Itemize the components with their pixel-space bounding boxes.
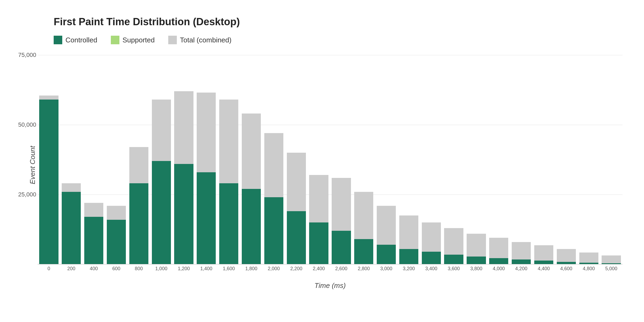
x-tick-label: 4,000 — [488, 264, 510, 272]
x-tick-label: 1,800 — [240, 264, 263, 272]
x-tick-label: 200 — [60, 264, 83, 272]
x-axis-label: Time (ms) — [314, 281, 346, 290]
bar-controlled — [354, 239, 373, 264]
x-tick-label: 5,000 — [600, 264, 623, 272]
bar-group — [83, 55, 105, 264]
bar-group — [442, 55, 465, 264]
x-tick-label: 3,000 — [375, 264, 398, 272]
bar-group — [398, 55, 420, 264]
chart-title: First Paint Time Distribution (Desktop) — [54, 16, 623, 28]
bar-controlled — [219, 183, 238, 264]
y-tick-label: 50,000 — [11, 121, 36, 128]
supported-swatch — [111, 36, 119, 44]
bar-controlled — [197, 172, 216, 264]
bar-group — [488, 55, 510, 264]
x-tick-label: 4,400 — [533, 264, 555, 272]
bar-group — [308, 55, 330, 264]
x-axis: 02004006008001,0001,2001,4001,6001,8002,… — [38, 264, 623, 275]
bar-group — [375, 55, 398, 264]
bar-controlled — [264, 197, 283, 264]
bar-controlled — [129, 183, 148, 264]
bar-group — [105, 55, 128, 264]
bar-controlled — [512, 259, 531, 264]
x-tick-label: 0 — [38, 264, 60, 272]
bar-controlled — [534, 261, 553, 264]
bar-controlled — [152, 161, 171, 264]
bar-controlled — [332, 231, 351, 264]
x-tick-label: 4,600 — [555, 264, 577, 272]
bar-controlled — [62, 192, 81, 264]
y-axis-label: Event Count — [28, 146, 37, 184]
bar-group — [600, 55, 623, 264]
chart-container: First Paint Time Distribution (Desktop) … — [0, 0, 644, 322]
bar-controlled — [39, 100, 58, 264]
bar-controlled — [242, 189, 261, 264]
bar-group — [577, 55, 600, 264]
bar-group — [533, 55, 555, 264]
controlled-swatch — [54, 36, 62, 44]
x-tick-label: 2,200 — [285, 264, 308, 272]
x-tick-label: 2,600 — [330, 264, 353, 272]
bar-group — [285, 55, 308, 264]
legend-label-total: Total (combined) — [180, 36, 232, 44]
bar-controlled — [84, 217, 103, 264]
x-tick-label: 1,000 — [150, 264, 173, 272]
bar-group — [262, 55, 285, 264]
x-tick-label: 2,000 — [262, 264, 285, 272]
x-tick-label: 3,400 — [420, 264, 442, 272]
bar-group — [353, 55, 375, 264]
legend-item-total: Total (combined) — [168, 36, 232, 44]
bar-group — [218, 55, 240, 264]
chart-area: Event Count 25,00050,00075,000 020040060… — [38, 55, 623, 275]
bar-group — [420, 55, 442, 264]
bar-controlled — [309, 222, 328, 264]
x-tick-label: 400 — [83, 264, 105, 272]
bar-group — [510, 55, 533, 264]
bar-group — [195, 55, 218, 264]
legend-label-controlled: Controlled — [65, 36, 97, 44]
bar-controlled — [399, 249, 418, 264]
bar-group — [38, 55, 60, 264]
bars-area — [38, 55, 623, 264]
y-tick-label: 25,000 — [11, 191, 36, 198]
bar-controlled — [467, 257, 486, 264]
x-tick-label: 3,800 — [465, 264, 488, 272]
x-tick-label: 2,800 — [353, 264, 375, 272]
x-tick-label: 1,600 — [218, 264, 240, 272]
x-tick-label: 3,200 — [398, 264, 420, 272]
x-tick-label: 800 — [127, 264, 150, 272]
legend: Controlled Supported Total (combined) — [54, 36, 623, 44]
bar-controlled — [489, 258, 508, 264]
bar-group — [555, 55, 577, 264]
x-tick-label: 1,200 — [173, 264, 195, 272]
x-tick-label: 600 — [105, 264, 128, 272]
bar-group — [127, 55, 150, 264]
bar-group — [465, 55, 488, 264]
bar-group — [60, 55, 83, 264]
chart-inner: 25,00050,00075,000 02004006008001,0001,2… — [38, 55, 623, 275]
x-tick-label: 3,600 — [442, 264, 465, 272]
total-swatch — [168, 36, 177, 44]
x-tick-label: 4,800 — [577, 264, 600, 272]
bar-controlled — [422, 252, 441, 264]
x-tick-label: 2,400 — [308, 264, 330, 272]
bar-group — [173, 55, 195, 264]
bar-group — [240, 55, 263, 264]
x-tick-label: 1,400 — [195, 264, 218, 272]
bar-group — [330, 55, 353, 264]
bar-controlled — [377, 245, 396, 264]
x-tick-label: 4,200 — [510, 264, 533, 272]
bar-controlled — [444, 255, 463, 264]
legend-item-controlled: Controlled — [54, 36, 97, 44]
bar-controlled — [107, 220, 126, 264]
legend-label-supported: Supported — [123, 36, 155, 44]
bar-controlled — [174, 164, 193, 264]
bar-controlled — [287, 211, 306, 264]
legend-item-supported: Supported — [111, 36, 155, 44]
y-tick-label: 75,000 — [11, 52, 36, 58]
bar-group — [150, 55, 173, 264]
